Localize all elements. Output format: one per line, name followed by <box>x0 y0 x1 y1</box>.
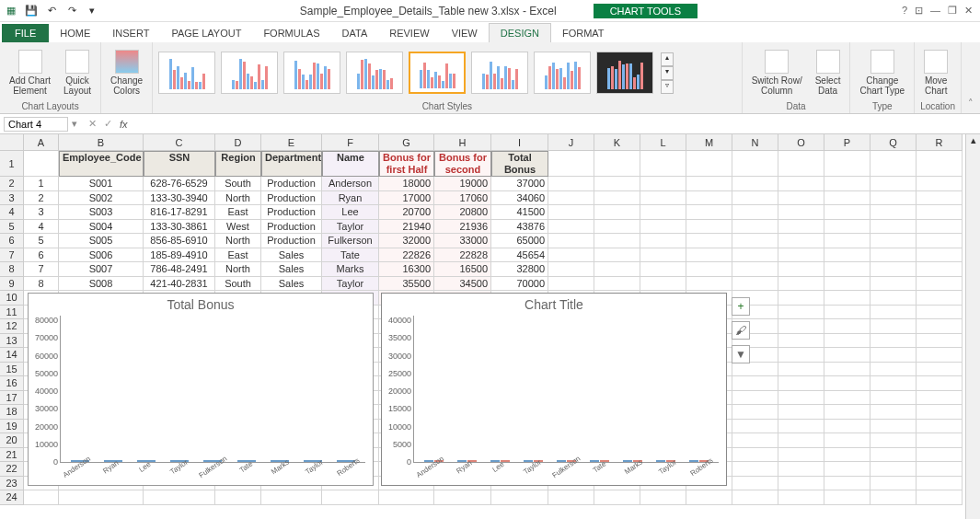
row-header[interactable]: 18 <box>0 405 24 420</box>
cancel-formula-icon[interactable]: ✕ <box>88 118 97 130</box>
cell[interactable] <box>824 234 870 248</box>
cell[interactable] <box>824 420 870 434</box>
cell[interactable] <box>917 291 963 306</box>
cell[interactable] <box>732 277 778 292</box>
cell[interactable]: 21936 <box>434 220 491 235</box>
cell[interactable] <box>778 433 824 448</box>
col-header[interactable]: M <box>686 134 732 151</box>
close-icon[interactable]: ✕ <box>964 5 973 17</box>
cell[interactable]: Production <box>261 177 322 191</box>
cell[interactable] <box>732 405 778 420</box>
cell[interactable] <box>824 277 870 292</box>
cell[interactable] <box>870 234 917 248</box>
cell[interactable]: Production <box>261 205 322 220</box>
cell[interactable] <box>778 262 824 277</box>
tab-view[interactable]: VIEW <box>441 24 489 42</box>
cell[interactable] <box>686 248 732 263</box>
cell[interactable] <box>870 248 917 263</box>
cell[interactable] <box>594 262 640 277</box>
cell[interactable] <box>686 490 732 505</box>
cell[interactable] <box>732 433 778 448</box>
cell[interactable] <box>917 462 963 477</box>
row-header[interactable]: 4 <box>0 205 24 220</box>
cell[interactable] <box>640 177 686 191</box>
cell[interactable] <box>824 191 870 206</box>
cell[interactable] <box>686 234 732 248</box>
cell[interactable]: 22826 <box>379 248 434 263</box>
cell[interactable] <box>824 291 870 306</box>
plot-area[interactable] <box>413 316 719 463</box>
cell[interactable] <box>917 448 963 463</box>
cell[interactable] <box>640 490 686 505</box>
chart-style-1[interactable] <box>158 52 215 94</box>
tab-page-layout[interactable]: PAGE LAYOUT <box>160 24 252 42</box>
cell[interactable] <box>870 477 917 491</box>
cell[interactable] <box>594 191 640 206</box>
cell[interactable] <box>24 490 59 505</box>
cell[interactable] <box>778 405 824 420</box>
col-header[interactable]: Q <box>870 134 917 151</box>
col-header[interactable]: N <box>732 134 778 151</box>
cell[interactable]: East <box>215 205 261 220</box>
col-header[interactable]: A <box>24 134 59 151</box>
header-cell[interactable] <box>686 151 732 177</box>
col-header[interactable]: E <box>261 134 322 151</box>
chart-title-selected[interactable]: + 🖌 ▼ Chart Title40000350003000025000200… <box>381 293 727 486</box>
cell[interactable] <box>917 277 963 292</box>
cell[interactable]: South <box>215 177 261 191</box>
cell[interactable]: 8 <box>24 277 59 292</box>
cell[interactable]: 6 <box>24 248 59 263</box>
cell[interactable] <box>778 448 824 463</box>
select-all-corner[interactable] <box>0 134 24 151</box>
chart-style-3[interactable] <box>283 52 340 94</box>
col-header[interactable]: K <box>594 134 640 151</box>
redo-icon[interactable]: ↷ <box>64 4 79 18</box>
chart-style-4[interactable] <box>346 52 403 94</box>
cell[interactable] <box>732 191 778 206</box>
cell[interactable] <box>870 191 917 206</box>
cell[interactable]: 5 <box>24 234 59 248</box>
cell[interactable] <box>778 191 824 206</box>
cell[interactable] <box>870 334 917 349</box>
tab-insert[interactable]: INSERT <box>101 24 160 42</box>
col-header[interactable]: F <box>322 134 379 151</box>
chart-style-2[interactable] <box>221 52 278 94</box>
cell[interactable] <box>778 291 824 306</box>
cell[interactable]: 1 <box>24 177 59 191</box>
cell[interactable] <box>778 248 824 263</box>
cell[interactable] <box>917 234 963 248</box>
cell[interactable]: 816-17-8291 <box>144 205 215 220</box>
row-header[interactable]: 5 <box>0 220 24 235</box>
cell[interactable]: 32800 <box>491 262 548 277</box>
select-data-button[interactable]: Select Data <box>812 48 845 98</box>
cell[interactable]: 856-85-6910 <box>144 234 215 248</box>
cell[interactable] <box>491 490 548 505</box>
cell[interactable] <box>686 220 732 235</box>
cell[interactable]: 16300 <box>379 262 434 277</box>
cell[interactable] <box>824 477 870 491</box>
cell[interactable] <box>824 348 870 363</box>
header-cell[interactable]: Employee_Code <box>59 151 144 177</box>
cell[interactable]: 32000 <box>379 234 434 248</box>
cell[interactable] <box>870 448 917 463</box>
cell[interactable] <box>778 177 824 191</box>
cell[interactable] <box>686 205 732 220</box>
cell[interactable] <box>640 234 686 248</box>
cell[interactable]: Taylor <box>322 277 379 292</box>
restore-icon[interactable]: ❐ <box>948 5 957 17</box>
cell[interactable]: 21940 <box>379 220 434 235</box>
cell[interactable] <box>548 277 594 292</box>
cell[interactable] <box>594 220 640 235</box>
cell[interactable] <box>870 405 917 420</box>
cell[interactable]: S004 <box>59 220 144 235</box>
add-chart-element-button[interactable]: Add Chart Element <box>6 48 54 98</box>
cell[interactable] <box>917 319 963 334</box>
cell[interactable]: S001 <box>59 177 144 191</box>
col-header[interactable]: D <box>215 134 261 151</box>
cell[interactable]: 133-30-3861 <box>144 220 215 235</box>
col-header[interactable]: B <box>59 134 144 151</box>
row-header[interactable]: 14 <box>0 348 24 363</box>
cell[interactable]: 43876 <box>491 220 548 235</box>
cell[interactable] <box>778 220 824 235</box>
cell[interactable]: S008 <box>59 277 144 292</box>
